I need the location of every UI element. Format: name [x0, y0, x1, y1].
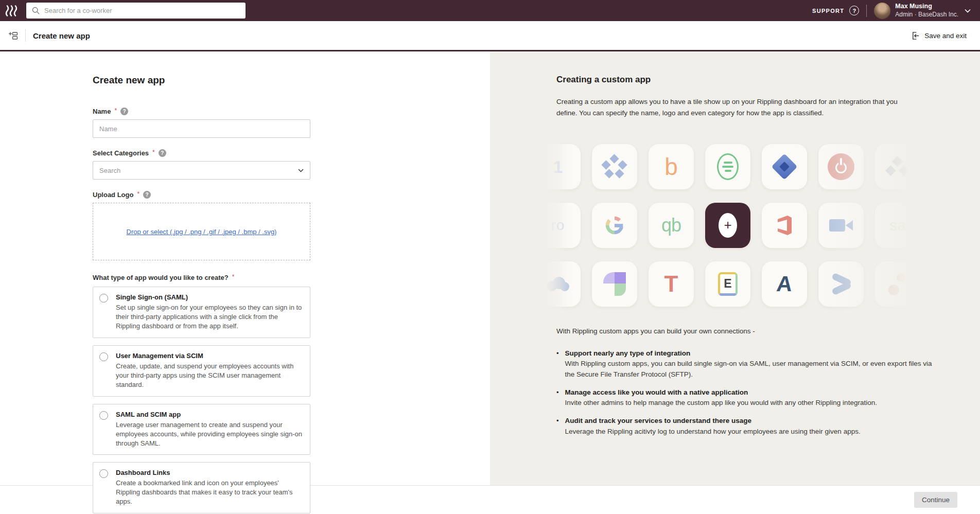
app-tile-ro: ro	[535, 203, 581, 248]
office-logo	[774, 214, 795, 237]
video-camera-logo	[829, 219, 853, 232]
app-tile-office	[762, 203, 807, 248]
required-asterisk: *	[232, 273, 235, 280]
green-oval-lines-logo	[717, 153, 739, 180]
categories-select[interactable]	[93, 161, 310, 180]
select-chevron-icon	[298, 169, 304, 172]
search-input[interactable]	[44, 7, 240, 14]
panel-heading: Creating a custom app	[556, 75, 980, 85]
create-app-form: Create new app Name* ? Select Categories…	[0, 51, 490, 485]
exit-icon	[911, 31, 920, 40]
bullet-title: Audit and track your services to underst…	[565, 416, 861, 426]
name-label: Name	[93, 108, 111, 115]
app-tile-flag	[592, 261, 637, 307]
app-tile-pink-dots	[875, 261, 920, 307]
drop-or-select-link[interactable]: Drop or select (.jpg / .png / .gif / .jp…	[127, 228, 277, 236]
bullet-icon: •	[556, 387, 559, 409]
app-tile-letter-b: b	[649, 144, 694, 189]
option-title: SAML and SCIM app	[116, 411, 303, 418]
custom-app-info-panel: Creating a custom app Creating a custom …	[490, 51, 980, 485]
app-tile-video	[818, 203, 864, 248]
required-asterisk: *	[152, 149, 155, 156]
radio-button[interactable]	[99, 352, 108, 361]
list-item: • Manage access like you would with a na…	[556, 387, 937, 409]
option-title: Dashboard Links	[116, 469, 303, 476]
option-dashboard-links[interactable]: Dashboard Links Create a bookmarked link…	[93, 462, 310, 513]
continue-button[interactable]: Continue	[914, 492, 957, 508]
sa-letters-logo: sa	[889, 217, 906, 234]
search-icon	[31, 6, 40, 15]
bullet-title: Manage access like you would with a nati…	[565, 387, 877, 398]
app-tile-google	[592, 203, 637, 248]
cloud-logo	[547, 277, 569, 291]
app-tile-stacked-diamonds	[875, 144, 920, 189]
rippling-logo[interactable]	[5, 5, 19, 17]
logo-dropzone[interactable]: Drop or select (.jpg / .png / .gif / .jp…	[93, 203, 310, 260]
upload-help-icon[interactable]: ?	[143, 191, 151, 199]
power-button-logo	[828, 153, 854, 180]
diamond-pentagon-logo	[603, 155, 626, 178]
radio-button[interactable]	[99, 411, 108, 420]
custom-app-plus-tile: +	[705, 203, 750, 248]
blue-diamond-logo	[772, 154, 798, 180]
bullet-text: Invite other admins to help manage the c…	[565, 398, 877, 408]
add-to-list-icon[interactable]	[6, 29, 20, 42]
curved-x-logo	[830, 274, 852, 294]
support-link[interactable]: SUPPORT	[812, 8, 844, 14]
letter-b-logo: b	[664, 155, 678, 179]
coworker-search[interactable]	[26, 3, 246, 19]
option-description: Set up single sign-on for your employees…	[116, 303, 303, 331]
help-icon[interactable]: ?	[849, 6, 859, 15]
bullet-icon: •	[556, 416, 559, 437]
option-description: Create a bookmarked link and icon on you…	[116, 478, 303, 506]
categories-help-icon[interactable]: ?	[159, 149, 166, 157]
user-name: Max Musing	[895, 3, 958, 11]
pink-dots-logo	[888, 272, 907, 296]
letter-t-logo: T	[664, 273, 678, 295]
app-type-question: What type of app would you like to creat…	[93, 274, 229, 281]
categories-label: Select Categories	[93, 149, 149, 157]
name-field[interactable]	[93, 119, 310, 138]
topbar-divider	[866, 5, 867, 17]
app-tile-sa: sa	[875, 203, 920, 248]
form-heading: Create new app	[93, 75, 310, 86]
page-title: Create new app	[33, 31, 90, 40]
app-tile-blue-diamond	[762, 144, 807, 189]
radio-button[interactable]	[99, 469, 108, 478]
ro-circle-logo: ro	[551, 217, 565, 234]
user-role: Admin · BaseDash Inc.	[895, 11, 958, 19]
toolbar-divider	[25, 29, 26, 42]
option-title: Single Sign-on (SAML)	[116, 293, 303, 301]
user-avatar[interactable]	[874, 3, 890, 19]
app-tile-framed-e: E	[705, 261, 750, 307]
panel-intro: Creating a custom app allows you to have…	[556, 96, 917, 118]
option-single-sign-on-saml[interactable]: Single Sign-on (SAML) Set up single sign…	[93, 287, 310, 338]
required-asterisk: *	[114, 107, 117, 114]
app-tile-blocky-one: 1	[535, 144, 581, 189]
app-tile-slanted-a: A	[762, 261, 807, 307]
option-user-management-scim[interactable]: User Management via SCIM Create, update,…	[93, 345, 310, 397]
option-saml-and-scim[interactable]: SAML and SCIM app Leverage user manageme…	[93, 404, 310, 455]
name-help-icon[interactable]: ?	[120, 108, 128, 115]
benefits-list: • Support nearly any type of integration…	[556, 348, 937, 437]
bullet-icon: •	[556, 348, 559, 380]
app-tile-quickbooks: qb	[649, 203, 694, 248]
app-tile-power	[818, 144, 864, 189]
required-asterisk: *	[137, 190, 139, 198]
page-toolbar: Create new app Save and exit	[0, 21, 980, 50]
option-description: Leverage user management to create and s…	[116, 420, 303, 448]
option-description: Create, update, and suspend your employe…	[116, 362, 303, 389]
framed-e-logo: E	[718, 272, 738, 296]
radio-button[interactable]	[99, 294, 108, 303]
app-tile-diamond-pentagon	[592, 144, 637, 189]
google-g-logo	[603, 214, 626, 237]
plus-icon: +	[719, 213, 737, 238]
bullet-text: Leverage the Rippling acitivty log to un…	[565, 427, 861, 437]
bullet-title: Support nearly any type of integration	[565, 348, 937, 359]
app-tile-cloud	[535, 261, 581, 307]
save-and-exit-button[interactable]: Save and exit	[911, 31, 967, 40]
blocky-one-logo: 1	[553, 157, 563, 177]
app-tile-letter-t: T	[649, 261, 694, 307]
chevron-down-icon[interactable]	[965, 9, 971, 13]
user-menu[interactable]: Max Musing Admin · BaseDash Inc.	[895, 3, 958, 19]
